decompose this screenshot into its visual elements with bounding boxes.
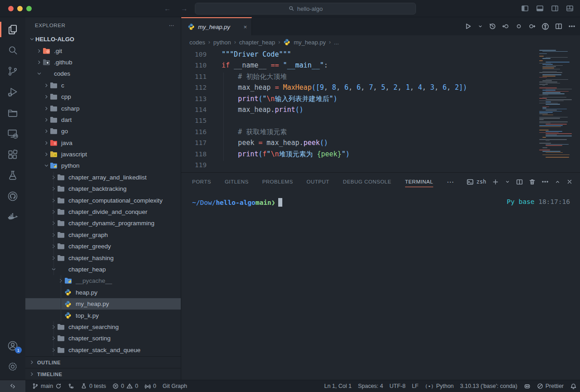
panel-tab-problems[interactable]: PROBLEMS: [262, 173, 293, 191]
more-icon[interactable]: [568, 23, 575, 30]
activity-explorer[interactable]: [0, 19, 25, 40]
tree-item-hello-algo[interactable]: HELLO-ALGO: [25, 34, 181, 45]
run-icon[interactable]: [464, 23, 472, 30]
section-outline[interactable]: OUTLINE: [25, 356, 181, 368]
panel-tab-terminal[interactable]: TERMINAL: [405, 173, 433, 191]
tree-item-java[interactable]: java: [25, 137, 181, 149]
tree-item-cpp[interactable]: cpp: [25, 91, 181, 102]
activity-settings[interactable]: [0, 356, 25, 377]
terminal-profile[interactable]: zsh: [467, 179, 486, 185]
activity-project-manager[interactable]: [0, 102, 25, 123]
tree-item-chapter-backtracking[interactable]: chapter_backtracking: [25, 183, 181, 194]
tree-item-chapter-graph[interactable]: chapter_graph: [25, 229, 181, 241]
customize-layout-icon[interactable]: [566, 5, 574, 12]
status-tests[interactable]: 0 tests: [77, 380, 109, 392]
panel-tab-output[interactable]: OUTPUT: [307, 173, 329, 191]
close-sm-icon[interactable]: [566, 179, 573, 185]
more-icon[interactable]: [541, 178, 549, 185]
status-prettier[interactable]: Prettier: [534, 380, 567, 392]
activity-accounts[interactable]: 1: [0, 335, 25, 356]
toggle-primary-sidebar-icon[interactable]: [521, 5, 529, 12]
navigate-forward-icon[interactable]: →: [181, 5, 188, 12]
status-branch[interactable]: main: [29, 380, 65, 392]
tree-item-javascript[interactable]: JSjavascript: [25, 149, 181, 160]
breadcrumb-item[interactable]: chapter_heap: [239, 39, 276, 46]
tree-item--git[interactable]: .git: [25, 45, 181, 56]
command-center-search[interactable]: hello-algo: [195, 3, 416, 15]
prev-change-icon[interactable]: [502, 23, 509, 30]
tree-item-chapter-stack-and-queue[interactable]: chapter_stack_and_queue: [25, 344, 181, 356]
change-icon[interactable]: [515, 23, 522, 30]
minimap[interactable]: [539, 50, 573, 158]
code-editor[interactable]: 109"""Driver Code"""110if __name__ == "_…: [181, 49, 580, 172]
activity-remote-explorer[interactable]: [0, 123, 25, 144]
gitlens-icon[interactable]: [541, 23, 549, 30]
activity-github[interactable]: [0, 186, 25, 207]
tree-item--github[interactable]: .github: [25, 57, 181, 68]
tree-item-my-heap-py[interactable]: my_heap.py: [25, 298, 181, 310]
chevron-down-sm-icon[interactable]: [505, 179, 510, 184]
tree-item-chapter-divide-and-conquer[interactable]: chapter_divide_and_conquer: [25, 206, 181, 218]
tab-my-heap[interactable]: my_heap.py ×: [181, 17, 252, 35]
status-python-interpreter[interactable]: 3.10.13 ('base': conda): [457, 380, 520, 392]
status-remote-indicator[interactable]: [0, 380, 25, 392]
breadcrumb-item[interactable]: ...: [334, 39, 339, 46]
breadcrumb-item[interactable]: my_heap.py: [294, 39, 326, 46]
close-window-button[interactable]: [8, 6, 14, 11]
tree-item-chapter-computational-complexity[interactable]: chapter_computational_complexity: [25, 194, 181, 206]
plus-icon[interactable]: [492, 179, 499, 185]
minimize-window-button[interactable]: [17, 6, 23, 11]
tree-item-chapter-hashing[interactable]: chapter_hashing: [25, 252, 181, 263]
status-source-control-graph[interactable]: [65, 380, 77, 392]
tree-item-python[interactable]: python: [25, 160, 181, 171]
activity-testing[interactable]: [0, 165, 25, 186]
status-problems[interactable]: 00: [109, 380, 141, 392]
status-encoding[interactable]: UTF-8: [387, 380, 409, 392]
chevron-down-sm-icon[interactable]: [478, 24, 483, 29]
close-tab-icon[interactable]: ×: [243, 24, 247, 30]
status-cursor-position[interactable]: Ln 1, Col 1: [321, 380, 354, 392]
panel-tab-gitlens[interactable]: GITLENS: [225, 173, 249, 191]
tree-item-heap-py[interactable]: heap.py: [25, 287, 181, 298]
tree-item--pycache-[interactable]: __pycache__: [25, 275, 181, 286]
status-git-graph[interactable]: Git Graph: [160, 380, 190, 392]
tree-item-chapter-searching[interactable]: chapter_searching: [25, 321, 181, 333]
status-indentation[interactable]: Spaces: 4: [355, 380, 387, 392]
tree-item-chapter-array-and-linkedlist[interactable]: chapter_array_and_linkedlist: [25, 172, 181, 183]
panel-tab-debug-console[interactable]: DEBUG CONSOLE: [343, 173, 392, 191]
tree-item-chapter-sorting[interactable]: chapter_sorting: [25, 333, 181, 344]
panel-tab-ports[interactable]: PORTS: [192, 173, 211, 191]
section-timeline[interactable]: TIMELINE: [25, 368, 181, 380]
breadcrumb-item[interactable]: codes: [189, 39, 205, 46]
tree-item-chapter-heap[interactable]: chapter_heap: [25, 264, 181, 275]
tree-item-codes[interactable]: codes: [25, 68, 181, 79]
zoom-window-button[interactable]: [26, 6, 32, 11]
tree-item-top-k-py[interactable]: top_k.py: [25, 310, 181, 321]
tree-item-chapter-greedy[interactable]: chapter_greedy: [25, 241, 181, 252]
views-more-actions-icon[interactable]: ⋯: [169, 22, 174, 29]
history-icon[interactable]: [489, 23, 496, 30]
tree-item-go[interactable]: go: [25, 126, 181, 137]
activity-run-debug[interactable]: [0, 82, 25, 102]
toggle-panel-icon[interactable]: [536, 5, 544, 12]
next-change-icon[interactable]: [528, 23, 536, 30]
split-icon[interactable]: [555, 23, 562, 30]
tree-item-c[interactable]: c: [25, 80, 181, 91]
activity-extensions[interactable]: [0, 144, 25, 165]
panel-tabs-more-icon[interactable]: ⋯: [447, 178, 454, 186]
activity-search[interactable]: [0, 40, 25, 61]
tree-item-chapter-dynamic-programming[interactable]: chapter_dynamic_programming: [25, 218, 181, 229]
toggle-secondary-sidebar-icon[interactable]: [551, 5, 559, 12]
chevron-up-sm-icon[interactable]: [555, 179, 561, 185]
breadcrumb-item[interactable]: python: [213, 39, 231, 46]
status-notifications[interactable]: [567, 380, 580, 392]
status-copilot[interactable]: [521, 380, 534, 392]
tree-item-dart[interactable]: dart: [25, 114, 181, 126]
activity-source-control[interactable]: [0, 61, 25, 82]
activity-docker[interactable]: [0, 207, 25, 227]
status-ports[interactable]: 0: [141, 380, 160, 392]
status-eol[interactable]: LF: [409, 380, 422, 392]
split-sm-icon[interactable]: [516, 179, 523, 185]
navigate-back-icon[interactable]: ←: [164, 5, 171, 12]
status-language-mode[interactable]: (•)Python: [422, 380, 457, 392]
